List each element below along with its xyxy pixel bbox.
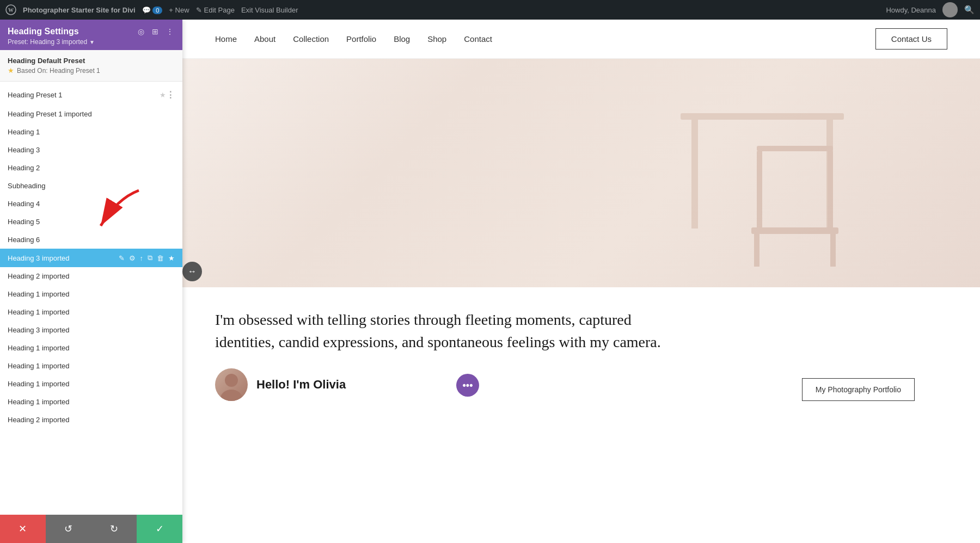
default-preset-based-on: ★ Based On: Heading Preset 1 — [8, 66, 175, 75]
undo-icon: ↺ — [64, 523, 72, 535]
panel-preset-selector[interactable]: Preset: Heading 3 imported ▼ — [8, 38, 175, 46]
dots-menu-icon[interactable]: ⋮ — [166, 90, 175, 100]
preset-item[interactable]: Heading 2 — [0, 159, 182, 177]
preset-name: Heading 1 imported — [8, 290, 175, 298]
nav-links: HomeAboutCollectionPortfolioBlogShopCont… — [215, 34, 492, 44]
preset-name: Heading 2 — [8, 164, 175, 172]
portfolio-button[interactable]: My Photography Portfolio — [802, 378, 915, 401]
default-preset-section: Heading Default Preset ★ Based On: Headi… — [0, 50, 182, 82]
website-preview: HomeAboutCollectionPortfolioBlogShopCont… — [182, 20, 980, 543]
panel-settings-icon[interactable]: ◎ — [137, 26, 145, 37]
preset-item[interactable]: Heading 2 imported — [0, 267, 182, 285]
hero-background — [182, 59, 980, 287]
preset-item[interactable]: Heading 1 imported — [0, 393, 182, 411]
svg-rect-10 — [754, 234, 759, 267]
preset-item[interactable]: Heading 2 imported — [0, 411, 182, 429]
bottom-bar: ✕ ↺ ↻ ✓ — [0, 515, 182, 543]
nav-link[interactable]: Contact — [464, 34, 492, 44]
svg-rect-7 — [757, 151, 762, 227]
preset-name: Heading 2 imported — [8, 272, 175, 280]
author-avatar — [215, 368, 248, 401]
wordpress-icon[interactable]: W — [5, 4, 16, 15]
preset-item[interactable]: Heading 1 imported — [0, 339, 182, 357]
preset-item[interactable]: Heading 1 — [0, 123, 182, 141]
float-dots-button[interactable]: ••• — [456, 374, 479, 397]
panel-layout-icon[interactable]: ⊞ — [151, 26, 160, 37]
preset-name: Heading 1 imported — [8, 308, 175, 316]
howdy-label: Howdy, Deanna — [886, 6, 936, 14]
preset-item[interactable]: Heading Preset 1 ★ ⋮ — [0, 85, 182, 105]
nav-link[interactable]: Shop — [427, 34, 446, 44]
save-button[interactable]: ✓ — [137, 515, 182, 543]
preset-name: Heading 4 — [8, 200, 175, 208]
presets-list[interactable]: Heading Preset 1 ★ ⋮ Heading Preset 1 im… — [0, 82, 182, 515]
content-area: I'm obsessed with telling stories throug… — [182, 287, 980, 412]
new-button[interactable]: + New — [169, 6, 189, 14]
svg-rect-4 — [691, 120, 698, 229]
preset-name: Heading 3 imported — [8, 326, 175, 334]
svg-rect-3 — [681, 113, 844, 120]
svg-point-13 — [220, 390, 242, 401]
svg-text:W: W — [8, 7, 14, 13]
user-avatar[interactable] — [942, 2, 958, 17]
star-icon: ★ — [8, 66, 14, 75]
svg-rect-9 — [751, 227, 838, 234]
preset-name: Heading 1 imported — [8, 344, 175, 352]
delete-icon[interactable]: 🗑 — [157, 254, 164, 262]
search-icon[interactable]: 🔍 — [964, 5, 975, 15]
preset-item[interactable]: Heading 3 imported ✎ ⚙ ↑ ⧉ 🗑 ★ — [0, 249, 182, 267]
furniture-illustration — [572, 70, 953, 276]
dots-icon: ••• — [463, 380, 473, 391]
export-icon[interactable]: ↑ — [140, 254, 144, 262]
preset-item[interactable]: Subheading — [0, 177, 182, 195]
chevron-down-icon: ▼ — [89, 39, 95, 45]
author-row: Hello! I'm Olivia ••• My Photography Por… — [215, 368, 947, 401]
preset-item[interactable]: Heading 1 imported — [0, 303, 182, 321]
star-icon[interactable]: ★ — [160, 91, 166, 99]
preset-item[interactable]: Heading 6 — [0, 231, 182, 249]
preset-action-icons: ✎ ⚙ ↑ ⧉ 🗑 ★ — [119, 254, 175, 262]
preset-item[interactable]: Heading 4 — [0, 195, 182, 213]
nav-link[interactable]: About — [254, 34, 275, 44]
undo-button[interactable]: ↺ — [46, 515, 91, 543]
settings-icon[interactable]: ⚙ — [129, 254, 136, 262]
exit-visual-builder-button[interactable]: Exit Visual Builder — [241, 6, 298, 14]
hero-quote: I'm obsessed with telling stories throug… — [215, 309, 683, 353]
default-preset-title: Heading Default Preset — [8, 57, 175, 65]
duplicate-icon[interactable]: ⧉ — [148, 254, 152, 262]
contact-us-button[interactable]: Contact Us — [875, 28, 947, 50]
main-layout: Heading Settings ◎ ⊞ ⋮ Preset: Heading 3… — [0, 20, 980, 543]
author-name: Hello! I'm Olivia — [256, 378, 346, 392]
svg-rect-8 — [828, 151, 833, 227]
preset-item[interactable]: Heading 3 — [0, 141, 182, 159]
panel-more-icon[interactable]: ⋮ — [165, 26, 175, 37]
cancel-button[interactable]: ✕ — [0, 515, 46, 543]
preset-name: Heading 3 imported — [8, 254, 119, 262]
nav-link[interactable]: Collection — [293, 34, 329, 44]
nav-link[interactable]: Home — [215, 34, 237, 44]
preset-item[interactable]: Heading 5 — [0, 213, 182, 231]
preset-item[interactable]: Heading 1 imported — [0, 357, 182, 375]
preset-item[interactable]: Heading 1 imported — [0, 375, 182, 393]
svg-point-12 — [225, 374, 238, 387]
panel-title: Heading Settings — [8, 27, 79, 36]
nav-link[interactable]: Portfolio — [346, 34, 376, 44]
preset-item[interactable]: Heading Preset 1 imported — [0, 105, 182, 123]
preset-item[interactable]: Heading 1 imported — [0, 285, 182, 303]
preset-name: Subheading — [8, 182, 175, 190]
comment-count-badge[interactable]: 💬 0 — [142, 6, 163, 14]
panel-title-row: Heading Settings ◎ ⊞ ⋮ — [8, 26, 175, 37]
builder-nav-arrow[interactable]: ↔ — [182, 262, 202, 281]
svg-rect-11 — [830, 234, 836, 267]
favorite-icon[interactable]: ★ — [168, 254, 175, 262]
preset-name: Heading 1 imported — [8, 362, 175, 370]
preset-name: Heading 3 — [8, 146, 175, 154]
site-name[interactable]: Photographer Starter Site for Divi — [23, 6, 136, 14]
redo-button[interactable]: ↻ — [91, 515, 137, 543]
edit-icon[interactable]: ✎ — [119, 254, 125, 262]
admin-bar-right: Howdy, Deanna 🔍 — [886, 2, 975, 17]
admin-bar-left: W Photographer Starter Site for Divi 💬 0… — [5, 4, 879, 15]
nav-link[interactable]: Blog — [394, 34, 410, 44]
edit-page-button[interactable]: ✎ Edit Page — [196, 6, 235, 14]
preset-item[interactable]: Heading 3 imported — [0, 321, 182, 339]
